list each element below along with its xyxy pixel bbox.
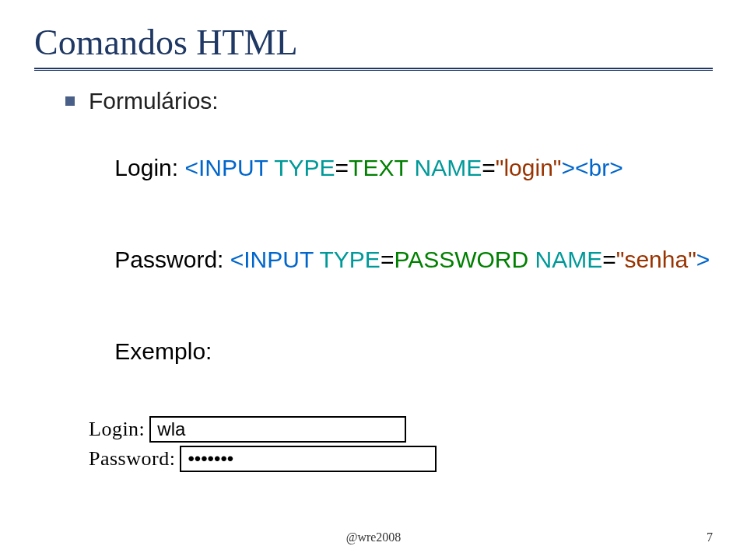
code-prefix: Password: [114,247,230,272]
code-line-login: Login: <INPUT TYPE=TEXT NAME="login"><br… [89,128,713,208]
example-label-text: Exemplo: [114,338,212,364]
login-label: Login: [89,418,145,441]
page-number: 7 [707,530,713,544]
code-line-password: Password: <INPUT TYPE=PASSWORD NAME="sen… [89,220,713,299]
code-attr-type: TYPE [320,247,381,272]
code-eq: = [381,247,395,272]
page-title: Comandos HTML [34,22,713,63]
example-row-login: Login: [89,416,713,443]
code-tag-open: <INPUT [184,155,274,180]
bullet-row: Formulários: [65,88,713,114]
example-row-password: Password: [89,446,713,472]
bullet-icon [65,96,75,106]
code-space [408,155,414,180]
bullet-text: Formulários: [89,88,219,114]
password-input[interactable] [180,446,437,472]
login-input[interactable] [149,416,406,443]
code-val-type: PASSWORD [394,247,528,272]
code-tag-close: ><br> [561,155,622,180]
code-attr-name: NAME [535,247,603,272]
code-eq: = [602,247,616,272]
code-val-name: "login" [496,155,562,180]
password-label: Password: [89,447,175,471]
code-val-type: TEXT [349,155,408,180]
code-tag-open: <INPUT [230,247,320,272]
code-space [528,247,535,272]
title-underline [34,68,713,71]
code-tag-close: > [696,247,710,272]
example-label: Exemplo: [89,312,713,391]
footer-text: @wre2008 [0,530,747,544]
example-form: Login: Password: [89,416,713,472]
code-eq: = [335,155,349,180]
code-attr-name: NAME [415,155,482,180]
code-eq: = [482,155,496,180]
code-val-name: "senha" [616,247,696,272]
code-attr-type: TYPE [274,155,335,180]
code-prefix: Login: [114,155,184,180]
